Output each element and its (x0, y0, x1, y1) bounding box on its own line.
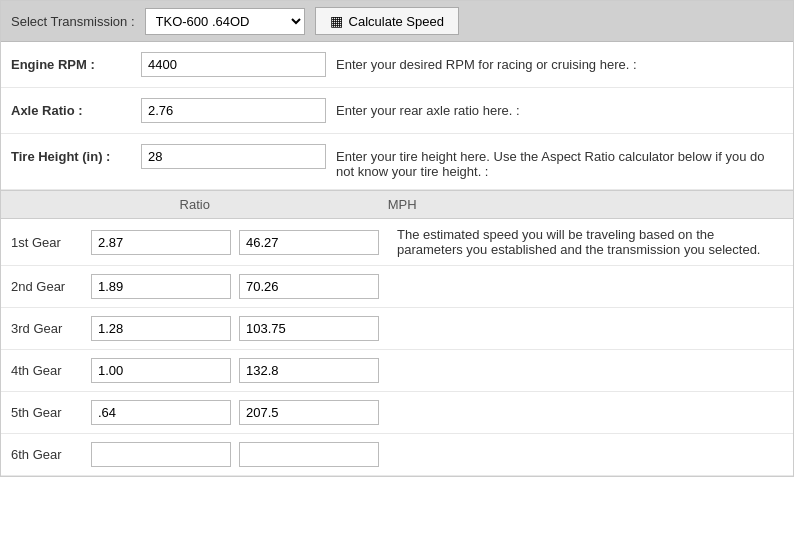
gear-label-5: 6th Gear (11, 447, 83, 462)
gear-label-0: 1st Gear (11, 235, 83, 250)
gear-ratio-input-1[interactable] (91, 274, 231, 299)
calc-button-label: Calculate Speed (349, 14, 444, 29)
input-label-1: Axle Ratio : (11, 98, 131, 118)
input-label-2: Tire Height (in) : (11, 144, 131, 164)
gear-mph-input-2[interactable] (239, 316, 379, 341)
gear-ratio-input-2[interactable] (91, 316, 231, 341)
input-row-0: Engine RPM :Enter your desired RPM for r… (1, 42, 793, 88)
gear-mph-input-0[interactable] (239, 230, 379, 255)
gear-label-3: 4th Gear (11, 363, 83, 378)
input-hint-0: Enter your desired RPM for racing or cru… (336, 52, 783, 72)
grid-icon: ▦ (330, 13, 343, 29)
gear-row-0: 1st GearThe estimated speed you will be … (1, 219, 793, 266)
gear-row-5: 6th Gear (1, 434, 793, 476)
input-row-2: Tire Height (in) :Enter your tire height… (1, 134, 793, 190)
gear-mph-input-4[interactable] (239, 400, 379, 425)
input-hint-1: Enter your rear axle ratio here. : (336, 98, 783, 118)
gear-label-4: 5th Gear (11, 405, 83, 420)
header-row: Select Transmission : TKO-600 .64OD ▦ Ca… (1, 1, 793, 42)
gear-ratio-input-3[interactable] (91, 358, 231, 383)
gear-label-1: 2nd Gear (11, 279, 83, 294)
gear-ratio-input-5[interactable] (91, 442, 231, 467)
input-label-0: Engine RPM : (11, 52, 131, 72)
gear-mph-input-1[interactable] (239, 274, 379, 299)
gear-row-2: 3rd Gear (1, 308, 793, 350)
gear-row-3: 4th Gear (1, 350, 793, 392)
gear-mph-input-3[interactable] (239, 358, 379, 383)
main-container: Select Transmission : TKO-600 .64OD ▦ Ca… (0, 0, 794, 477)
gear-mph-input-5[interactable] (239, 442, 379, 467)
input-field-1[interactable] (141, 98, 326, 123)
gear-section: Ratio MPH 1st GearThe estimated speed yo… (1, 190, 793, 476)
note-col-header (506, 191, 793, 218)
input-section: Engine RPM :Enter your desired RPM for r… (1, 42, 793, 190)
gear-label-2: 3rd Gear (11, 321, 83, 336)
transmission-select[interactable]: TKO-600 .64OD (145, 8, 305, 35)
select-transmission-label: Select Transmission : (11, 14, 135, 29)
gear-note: The estimated speed you will be travelin… (387, 227, 783, 257)
gear-row-1: 2nd Gear (1, 266, 793, 308)
input-field-0[interactable] (141, 52, 326, 77)
gear-header-empty (1, 191, 91, 218)
input-field-2[interactable] (141, 144, 326, 169)
gear-row-4: 5th Gear (1, 392, 793, 434)
gear-ratio-input-0[interactable] (91, 230, 231, 255)
mph-col-header: MPH (298, 191, 505, 218)
calculate-speed-button[interactable]: ▦ Calculate Speed (315, 7, 459, 35)
ratio-col-header: Ratio (91, 191, 298, 218)
gear-column-headers: Ratio MPH (1, 191, 793, 219)
input-hint-2: Enter your tire height here. Use the Asp… (336, 144, 783, 179)
input-row-1: Axle Ratio :Enter your rear axle ratio h… (1, 88, 793, 134)
gear-ratio-input-4[interactable] (91, 400, 231, 425)
